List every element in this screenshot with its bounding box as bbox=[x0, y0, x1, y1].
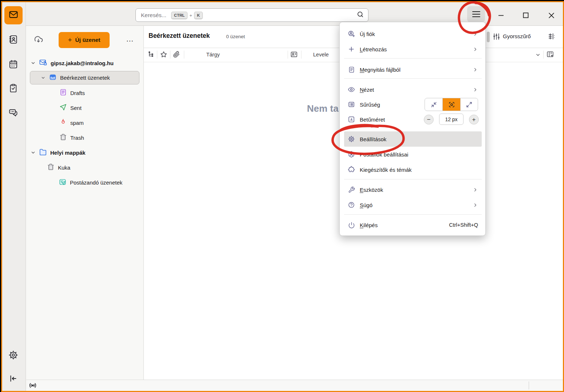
menu-item-account-settings[interactable]: Postafiók beállításai bbox=[344, 147, 482, 162]
header-splitter-handle[interactable] bbox=[487, 32, 490, 42]
account-row[interactable]: gipsz.jakab@intralog.hu bbox=[31, 56, 114, 70]
chevron-right-icon bbox=[473, 31, 478, 37]
chevron-down-icon[interactable] bbox=[31, 60, 36, 66]
column-separator bbox=[157, 51, 157, 59]
folder-row-inbox-selected[interactable]: Beérkezett üzenetek bbox=[30, 71, 139, 84]
space-calendar-button[interactable] bbox=[8, 60, 18, 70]
density-relaxed-button[interactable] bbox=[460, 98, 478, 111]
svg-text:A: A bbox=[350, 118, 353, 122]
quick-filter-button[interactable] bbox=[493, 33, 500, 42]
gear-icon bbox=[8, 350, 18, 361]
folder-label: Kuka bbox=[58, 165, 70, 171]
app-menu-button[interactable] bbox=[467, 6, 485, 22]
paperclip-icon bbox=[173, 53, 180, 59]
plus-icon: + bbox=[472, 116, 476, 123]
list-options-icon bbox=[548, 35, 556, 41]
folder-row-drafts[interactable]: Drafts bbox=[59, 86, 85, 99]
star-column-button[interactable] bbox=[160, 51, 167, 60]
font-size-value: 12 px bbox=[439, 114, 464, 125]
space-addressbook-button[interactable] bbox=[8, 35, 18, 45]
global-search-bar[interactable]: CTRL + K bbox=[135, 8, 368, 22]
menu-item-new-account[interactable]: Új fiók bbox=[344, 26, 482, 41]
attachment-column-button[interactable] bbox=[173, 51, 180, 59]
network-status-icon bbox=[28, 381, 37, 391]
space-mail-button[interactable] bbox=[4, 6, 23, 24]
correspondents-column-button[interactable] bbox=[290, 51, 298, 60]
folder-label: Beérkezett üzenetek bbox=[60, 75, 110, 81]
menu-item-label: Megnyitás fájlból bbox=[360, 67, 468, 73]
font-size-decrease-button[interactable]: − bbox=[424, 115, 434, 124]
folder-row-outbox[interactable]: Postázandó üzenetek bbox=[59, 176, 122, 189]
empty-list-message: Nem ta bbox=[307, 103, 339, 114]
folder-row-kuka[interactable]: Kuka bbox=[47, 161, 70, 174]
chevron-down-icon[interactable] bbox=[41, 75, 46, 80]
correspondents-column-header[interactable]: Levele bbox=[313, 52, 329, 58]
help-icon bbox=[348, 201, 355, 209]
chevron-right-icon bbox=[473, 47, 478, 52]
subject-column-header[interactable]: Tárgy bbox=[189, 52, 237, 58]
menu-item-settings[interactable]: Beállítások bbox=[344, 131, 482, 147]
folder-pane-options-button[interactable]: … bbox=[124, 33, 136, 44]
thread-column-button[interactable] bbox=[147, 51, 155, 60]
search-icon bbox=[357, 11, 364, 19]
menu-item-label: Kilépés bbox=[360, 222, 444, 228]
menu-item-create[interactable]: Létrehozás bbox=[344, 41, 482, 57]
column-separator bbox=[543, 51, 544, 59]
get-messages-button[interactable] bbox=[33, 35, 43, 46]
menu-item-label: Létrehozás bbox=[360, 46, 468, 52]
space-settings-button[interactable] bbox=[8, 351, 18, 361]
column-separator bbox=[301, 51, 301, 59]
chevron-down-icon[interactable] bbox=[31, 150, 36, 155]
close-button[interactable] bbox=[545, 9, 557, 21]
density-default-button[interactable] bbox=[442, 98, 460, 111]
power-icon bbox=[348, 221, 355, 229]
density-compact-button[interactable] bbox=[425, 98, 442, 111]
new-message-button[interactable]: + Új üzenet bbox=[59, 32, 110, 48]
menu-item-open-from-file[interactable]: Megnyitás fájlból bbox=[344, 62, 482, 77]
wrench-icon bbox=[348, 186, 355, 193]
menu-item-label: Nézet bbox=[360, 87, 468, 93]
quick-filter-label[interactable]: Gyorsszűrő bbox=[503, 33, 531, 39]
menu-item-label: Súgó bbox=[360, 202, 468, 208]
space-tasks-button[interactable] bbox=[8, 84, 18, 94]
menu-separator bbox=[344, 179, 482, 179]
menu-item-tools[interactable]: Eszközök bbox=[344, 182, 482, 197]
new-message-label: Új üzenet bbox=[75, 37, 100, 43]
folder-label: spam bbox=[70, 120, 84, 126]
mail-icon bbox=[8, 9, 19, 21]
folder-row-trash[interactable]: Trash bbox=[59, 131, 84, 144]
minimize-button[interactable] bbox=[495, 9, 507, 21]
chevron-right-icon bbox=[473, 87, 478, 92]
sort-direction-button[interactable] bbox=[535, 52, 541, 58]
folder-icon bbox=[39, 148, 47, 157]
column-picker-button[interactable] bbox=[546, 50, 554, 60]
folder-row-spam[interactable]: spam bbox=[59, 116, 84, 129]
eye-icon bbox=[348, 86, 355, 93]
menu-item-addons-themes[interactable]: Kiegészítők és témák bbox=[344, 162, 482, 177]
space-chat-button[interactable] bbox=[8, 108, 18, 119]
menu-item-help[interactable]: Súgó bbox=[344, 197, 482, 213]
trash-icon bbox=[47, 163, 55, 172]
message-list-display-options-button[interactable] bbox=[548, 32, 556, 42]
menu-item-label: Postafiók beállításai bbox=[360, 151, 478, 158]
menu-separator bbox=[344, 78, 482, 79]
status-bar-grip bbox=[529, 381, 529, 389]
chat-icon bbox=[8, 108, 18, 119]
density-toggle-group bbox=[425, 98, 478, 111]
maximize-button[interactable] bbox=[520, 9, 532, 21]
font-size-increase-button[interactable]: + bbox=[469, 115, 479, 124]
plus-icon: + bbox=[68, 36, 72, 44]
minus-icon: − bbox=[427, 116, 431, 123]
folder-label: Trash bbox=[70, 135, 84, 141]
status-bar bbox=[26, 380, 563, 391]
trash-icon bbox=[59, 133, 67, 142]
sent-icon bbox=[59, 103, 67, 112]
gear-icon bbox=[348, 135, 355, 143]
account-mail-lock-icon bbox=[39, 58, 47, 68]
menu-item-view[interactable]: Nézet bbox=[344, 82, 482, 97]
message-count: 0 üzenet bbox=[226, 34, 245, 39]
collapse-spaces-button[interactable] bbox=[8, 374, 18, 384]
local-folders-row[interactable]: Helyi mappák bbox=[31, 146, 86, 159]
folder-row-sent[interactable]: Sent bbox=[59, 101, 82, 114]
menu-item-quit[interactable]: Kilépés Ctrl+Shift+Q bbox=[344, 217, 482, 233]
